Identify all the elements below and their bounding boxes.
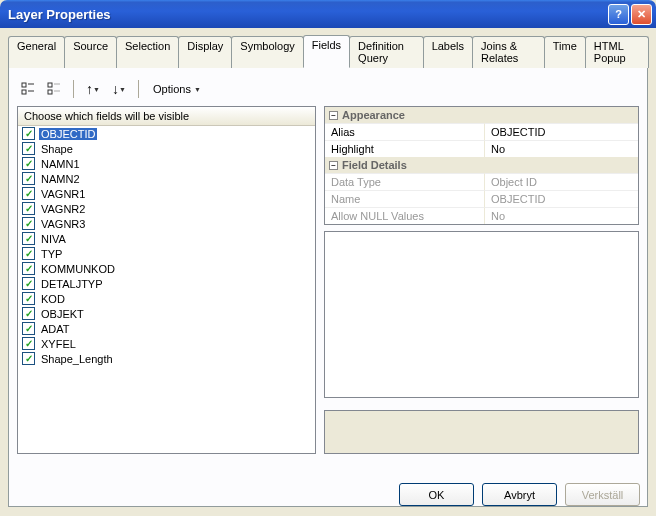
- field-label: NAMN2: [39, 173, 82, 185]
- category-appearance: − Appearance: [325, 107, 638, 123]
- tab-html-popup[interactable]: HTML Popup: [585, 36, 649, 68]
- checkbox[interactable]: ✓: [22, 127, 35, 140]
- prop-highlight[interactable]: Highlight No: [325, 140, 638, 157]
- svg-rect-4: [48, 83, 52, 87]
- prop-name-field: Name OBJECTID: [325, 190, 638, 207]
- prop-value[interactable]: No: [485, 140, 638, 157]
- svg-rect-0: [22, 83, 26, 87]
- options-menu[interactable]: Options▼: [147, 81, 207, 97]
- select-all-button[interactable]: [17, 78, 39, 100]
- field-item[interactable]: ✓ADAT: [18, 321, 315, 336]
- chevron-down-icon: ▼: [93, 86, 100, 93]
- tab-row: General Source Selection Display Symbolo…: [0, 28, 656, 68]
- move-down-button[interactable]: ↓▼: [108, 78, 130, 100]
- chevron-down-icon: ▼: [194, 86, 201, 93]
- property-grid: − Appearance Alias OBJECTID Highlight No…: [324, 106, 639, 225]
- prop-alias[interactable]: Alias OBJECTID: [325, 123, 638, 140]
- prop-name: Allow NULL Values: [325, 207, 485, 224]
- field-label: ADAT: [39, 323, 72, 335]
- fields-toolbar: ↑▼ ↓▼ Options▼: [17, 76, 639, 106]
- tab-time[interactable]: Time: [544, 36, 586, 68]
- tab-general[interactable]: General: [8, 36, 65, 68]
- tab-selection[interactable]: Selection: [116, 36, 179, 68]
- separator: [138, 80, 139, 98]
- category-label: Appearance: [342, 109, 405, 121]
- property-grid-empty: [324, 231, 639, 398]
- field-item[interactable]: ✓VAGNR3: [18, 216, 315, 231]
- tab-labels[interactable]: Labels: [423, 36, 473, 68]
- checkbox[interactable]: ✓: [22, 142, 35, 155]
- checkbox[interactable]: ✓: [22, 157, 35, 170]
- titlebar: Layer Properties ? ✕: [0, 0, 656, 28]
- prop-allow-null: Allow NULL Values No: [325, 207, 638, 224]
- prop-value: Object ID: [485, 173, 638, 190]
- clear-all-button[interactable]: [43, 78, 65, 100]
- field-item[interactable]: ✓Shape_Length: [18, 351, 315, 366]
- field-label: OBJEKT: [39, 308, 86, 320]
- tab-source[interactable]: Source: [64, 36, 117, 68]
- description-box: [324, 410, 639, 454]
- field-item[interactable]: ✓TYP: [18, 246, 315, 261]
- field-label: NIVA: [39, 233, 68, 245]
- svg-rect-6: [48, 90, 52, 94]
- collapse-icon[interactable]: −: [329, 161, 338, 170]
- tab-definition-query[interactable]: Definition Query: [349, 36, 424, 68]
- field-label: DETALJTYP: [39, 278, 105, 290]
- field-item[interactable]: ✓VAGNR1: [18, 186, 315, 201]
- checkbox[interactable]: ✓: [22, 322, 35, 335]
- field-item[interactable]: ✓OBJEKT: [18, 306, 315, 321]
- arrow-down-icon: ↓: [112, 81, 119, 97]
- checkbox[interactable]: ✓: [22, 187, 35, 200]
- separator: [73, 80, 74, 98]
- checkbox[interactable]: ✓: [22, 217, 35, 230]
- field-label: NAMN1: [39, 158, 82, 170]
- collapse-icon[interactable]: −: [329, 111, 338, 120]
- checkbox[interactable]: ✓: [22, 277, 35, 290]
- tab-joins-relates[interactable]: Joins & Relates: [472, 36, 545, 68]
- window-title: Layer Properties: [8, 7, 608, 22]
- checkbox[interactable]: ✓: [22, 172, 35, 185]
- checkbox[interactable]: ✓: [22, 202, 35, 215]
- tab-display[interactable]: Display: [178, 36, 232, 68]
- field-item[interactable]: ✓Shape: [18, 141, 315, 156]
- checkbox[interactable]: ✓: [22, 232, 35, 245]
- checkbox[interactable]: ✓: [22, 247, 35, 260]
- prop-name: Highlight: [325, 140, 485, 157]
- prop-value[interactable]: OBJECTID: [485, 123, 638, 140]
- checkbox[interactable]: ✓: [22, 352, 35, 365]
- checkbox[interactable]: ✓: [22, 307, 35, 320]
- category-field-details: − Field Details: [325, 157, 638, 173]
- titlebar-buttons: ? ✕: [608, 4, 652, 25]
- cancel-button[interactable]: Avbryt: [482, 483, 557, 506]
- checkbox[interactable]: ✓: [22, 337, 35, 350]
- checkbox[interactable]: ✓: [22, 292, 35, 305]
- tab-symbology[interactable]: Symbology: [231, 36, 303, 68]
- field-item[interactable]: ✓KOD: [18, 291, 315, 306]
- arrow-up-icon: ↑: [86, 81, 93, 97]
- close-icon: ✕: [637, 8, 646, 21]
- tab-fields[interactable]: Fields: [303, 35, 350, 68]
- field-item[interactable]: ✓NAMN2: [18, 171, 315, 186]
- close-button[interactable]: ✕: [631, 4, 652, 25]
- fields-list[interactable]: ✓OBJECTID✓Shape✓NAMN1✓NAMN2✓VAGNR1✓VAGNR…: [18, 126, 315, 453]
- fields-panel: ↑▼ ↓▼ Options▼ Choose which fields will …: [8, 67, 648, 507]
- list-uncheck-icon: [47, 82, 61, 96]
- field-item[interactable]: ✓NIVA: [18, 231, 315, 246]
- field-label: VAGNR2: [39, 203, 87, 215]
- help-button[interactable]: ?: [608, 4, 629, 25]
- field-label: VAGNR1: [39, 188, 87, 200]
- list-check-icon: [21, 82, 35, 96]
- field-item[interactable]: ✓KOMMUNKOD: [18, 261, 315, 276]
- fields-list-header: Choose which fields will be visible: [18, 107, 315, 126]
- help-icon: ?: [615, 8, 622, 20]
- move-up-button[interactable]: ↑▼: [82, 78, 104, 100]
- category-label: Field Details: [342, 159, 407, 171]
- prop-data-type: Data Type Object ID: [325, 173, 638, 190]
- ok-button[interactable]: OK: [399, 483, 474, 506]
- checkbox[interactable]: ✓: [22, 262, 35, 275]
- field-item[interactable]: ✓VAGNR2: [18, 201, 315, 216]
- field-item[interactable]: ✓DETALJTYP: [18, 276, 315, 291]
- field-item[interactable]: ✓XYFEL: [18, 336, 315, 351]
- field-item[interactable]: ✓OBJECTID: [18, 126, 315, 141]
- field-item[interactable]: ✓NAMN1: [18, 156, 315, 171]
